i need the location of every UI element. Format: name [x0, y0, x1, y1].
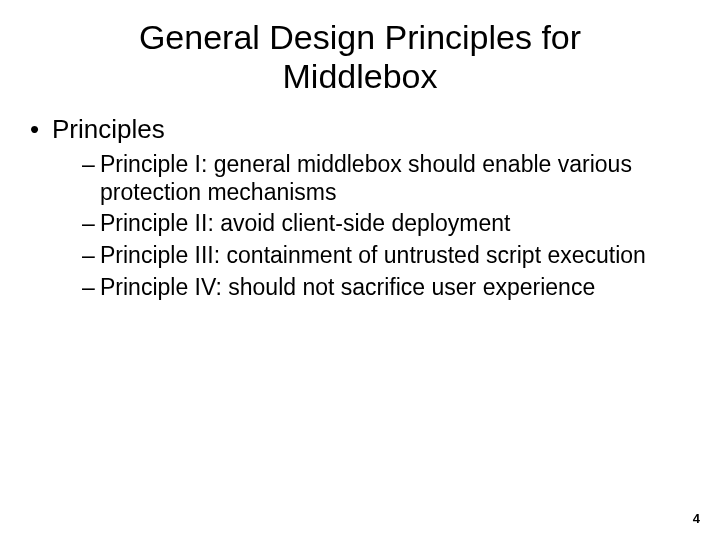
principle-item: –Principle IV: should not sacrifice user…: [30, 274, 690, 302]
section-heading: Principles: [30, 114, 690, 145]
slide-title: General Design Principles for Middlebox: [0, 0, 720, 96]
principle-label: Principle I: [100, 151, 201, 177]
principle-label: Principle IV: [100, 274, 215, 300]
principle-text: : should not sacrifice user experience: [215, 274, 595, 300]
section-label: Principles: [52, 114, 165, 144]
slide-body: Principles –Principle I: general middleb…: [0, 96, 720, 301]
title-line-2: Middlebox: [283, 57, 438, 95]
bullet-dash: –: [82, 242, 100, 270]
principle-label: Principle III: [100, 242, 214, 268]
principle-label: Principle II: [100, 210, 207, 236]
principle-text: : avoid client-side deployment: [207, 210, 510, 236]
page-number: 4: [693, 511, 700, 526]
slide: General Design Principles for Middlebox …: [0, 0, 720, 540]
principle-item: –Principle III: containment of untrusted…: [30, 242, 690, 270]
bullet-dash: –: [82, 151, 100, 179]
principle-item: –Principle I: general middlebox should e…: [30, 151, 690, 206]
title-line-1: General Design Principles for: [139, 18, 581, 56]
bullet-dash: –: [82, 210, 100, 238]
principle-text: : containment of untrusted script execut…: [214, 242, 646, 268]
principle-item: –Principle II: avoid client-side deploym…: [30, 210, 690, 238]
bullet-dash: –: [82, 274, 100, 302]
